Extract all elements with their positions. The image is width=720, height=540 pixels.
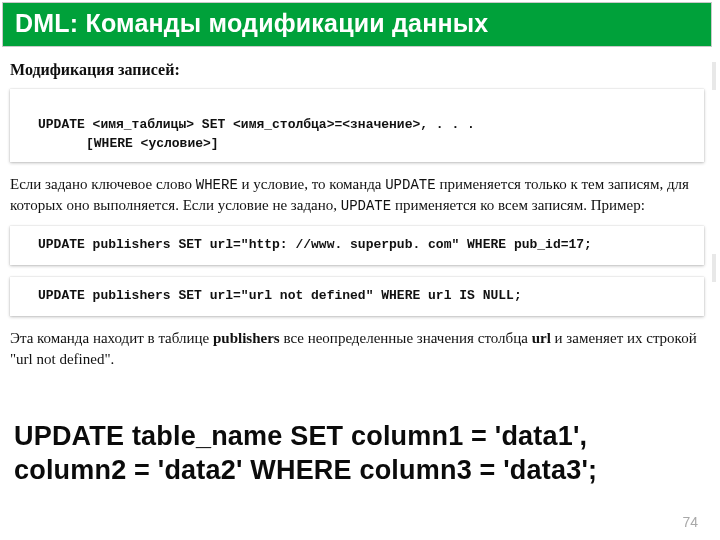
decorative-tick xyxy=(712,254,716,282)
example-1: UPDATE publishers SET url="http: //www. … xyxy=(10,226,704,265)
slide-header: DML: Команды модификации данных xyxy=(2,2,712,47)
syntax-block: UPDATE <имя_таблицы> SET <имя_столбца>=<… xyxy=(10,89,704,162)
text-fragment: применяется ко всем записям. Пример: xyxy=(391,197,645,213)
keyword-update: UPDATE xyxy=(385,177,435,193)
example-2: UPDATE publishers SET url="url not defin… xyxy=(10,277,704,316)
slide-title: DML: Команды модификации данных xyxy=(15,9,699,38)
syntax-line-2: [WHERE <условие>] xyxy=(38,135,692,154)
bold-url: url xyxy=(532,330,551,346)
text-fragment: все неопределенные значения столбца xyxy=(280,330,532,346)
text-fragment: Если задано ключевое слово xyxy=(10,176,196,192)
paragraph-where-explain: Если задано ключевое слово WHERE и услов… xyxy=(10,174,704,217)
section-title: Модификация записей: xyxy=(10,61,710,79)
keyword-where: WHERE xyxy=(196,177,238,193)
syntax-line-1: UPDATE <имя_таблицы> SET <имя_столбца>=<… xyxy=(38,117,475,132)
slide-content: Модификация записей: UPDATE <имя_таблицы… xyxy=(0,49,720,369)
bold-publishers: publishers xyxy=(213,330,280,346)
text-fragment: Эта команда находит в таблице xyxy=(10,330,213,346)
decorative-tick xyxy=(712,62,716,90)
paragraph-result-explain: Эта команда находит в таблице publishers… xyxy=(10,328,704,369)
text-fragment: и условие, то команда xyxy=(238,176,385,192)
keyword-update: UPDATE xyxy=(341,198,391,214)
big-sql-statement: UPDATE table_name SET column1 = 'data1',… xyxy=(14,420,706,488)
page-number: 74 xyxy=(682,514,698,530)
